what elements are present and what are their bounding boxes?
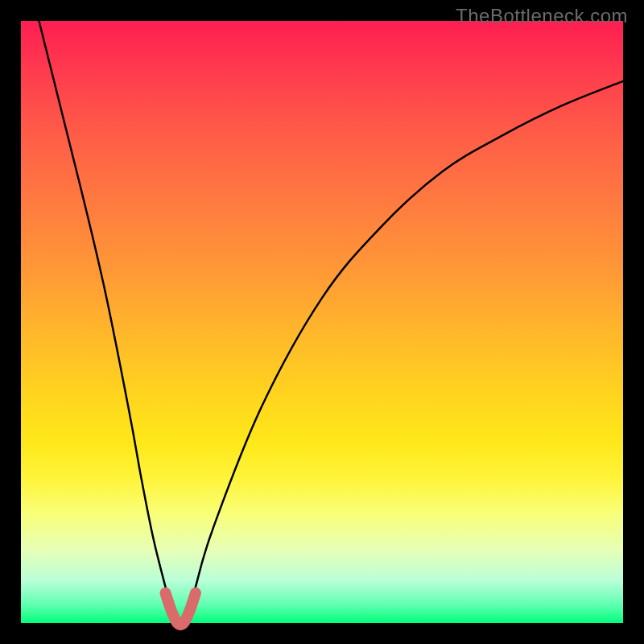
plot-area — [21, 21, 623, 623]
watermark-text: TheBottleneck.com — [456, 5, 628, 27]
curve-highlight — [166, 593, 196, 625]
curve-svg — [21, 21, 623, 623]
bottleneck-curve — [39, 21, 623, 625]
